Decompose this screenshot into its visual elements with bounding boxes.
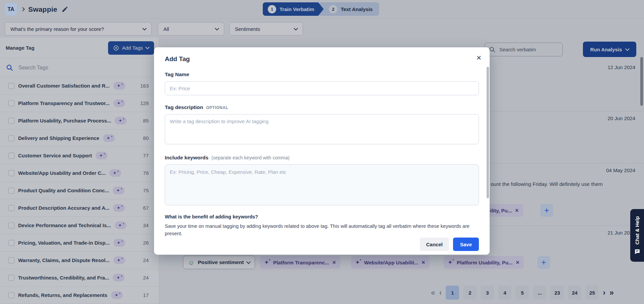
modal-actions: Cancel Save [420, 238, 479, 251]
include-keywords-textarea[interactable] [165, 164, 479, 205]
edit-pencil-icon[interactable] [61, 6, 68, 13]
chat-bubble-icon [634, 249, 640, 255]
modal-title: Add Tag [165, 55, 479, 63]
project-name: Swappie [28, 5, 57, 13]
chat-help-label: Chat & Help [634, 216, 640, 245]
modal-scrollbar[interactable] [487, 67, 489, 198]
keywords-benefit-title: What is the benefit of adding keywords? [165, 214, 479, 219]
chat-help-tab[interactable]: Chat & Help [630, 209, 644, 262]
keywords-benefit-body: Save your time on manual tagging by addi… [165, 222, 470, 238]
include-keywords-label-text: Include keywords [165, 155, 208, 161]
app-root: TA Swappie 1 Train Verbatim 2 Text Analy… [0, 0, 644, 304]
add-tag-modal: Add Tag ✕ Tag Name Tag description OPTIO… [154, 47, 490, 255]
workspace-badge[interactable]: TA [5, 3, 17, 15]
include-keywords-label: Include keywords (separate each keyword … [165, 155, 479, 161]
optional-badge: OPTIONAL [206, 105, 228, 110]
tag-name-label-text: Tag Name [165, 71, 189, 78]
cancel-button[interactable]: Cancel [420, 238, 449, 251]
close-icon[interactable]: ✕ [476, 54, 482, 62]
tag-description-textarea[interactable] [165, 114, 479, 144]
tag-description-label: Tag description OPTIONAL [165, 104, 479, 110]
keywords-hint: (separate each keyword with comma) [211, 155, 290, 160]
tag-name-label: Tag Name [165, 71, 479, 78]
save-button[interactable]: Save [453, 238, 479, 251]
breadcrumb-chevron-icon [20, 7, 25, 11]
breadcrumb: TA Swappie [5, 3, 68, 15]
tag-description-label-text: Tag description [165, 104, 203, 110]
tag-name-input[interactable] [165, 81, 479, 95]
